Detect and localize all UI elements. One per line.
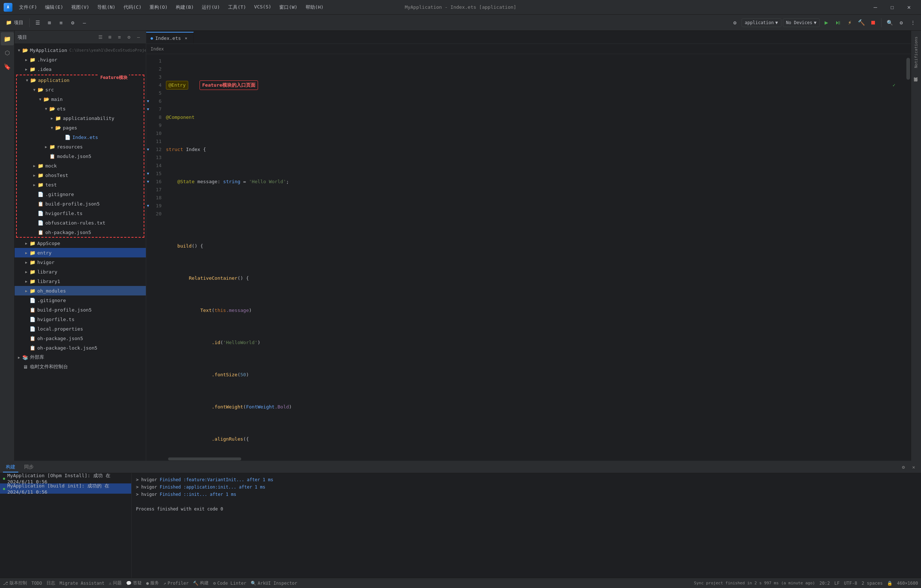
tree-item-main[interactable]: ▼ 📂 main [17, 94, 144, 104]
device-file-browser-label[interactable]: 装置文件浏览器 [912, 82, 920, 88]
tree-action-1[interactable]: ☰ [96, 33, 105, 42]
tree-root[interactable]: ▼ 📂 MyApplication C:\Users\yeah1\DevEcoS… [15, 46, 146, 55]
minimize-button[interactable]: — [867, 0, 884, 15]
build-button[interactable]: 🔨 [856, 18, 867, 28]
maximize-button[interactable]: ☐ [884, 0, 900, 15]
close-button[interactable]: ✕ [900, 0, 917, 15]
todo-tab[interactable]: TODO [31, 581, 42, 586]
tree-item-src[interactable]: ▼ 📂 src [17, 85, 144, 94]
tree-item-oh-package-root[interactable]: 📋 oh-package.json5 [15, 334, 146, 343]
structure-icon[interactable]: ⬡ [1, 46, 14, 59]
tree-item-library[interactable]: ▶ 📁 library [15, 267, 146, 277]
run-button[interactable]: ▶ [821, 18, 832, 28]
menu-refactor[interactable]: 重构(O) [146, 3, 171, 12]
tree-item-ets[interactable]: ▼ 📂 ets [17, 104, 144, 113]
tree-item-library1[interactable]: ▶ 📁 library1 [15, 277, 146, 286]
toolbar-button-2[interactable]: ⊞ [44, 18, 54, 28]
code-editor[interactable]: 1 2 3 4 5 ▼ 6 ▼ 7 8 9 10 11 ▼ [146, 54, 911, 457]
issues-tab[interactable]: ⚠ 问题 [109, 580, 122, 586]
version-control-tab[interactable]: ⎇ 版本控制 [3, 580, 27, 586]
tree-item-index-ets[interactable]: 📄 Index.ets [17, 132, 144, 142]
tree-action-settings[interactable]: ⚙ [125, 33, 133, 42]
tree-action-2[interactable]: ⊞ [106, 33, 114, 42]
menu-tools[interactable]: 工具(T) [225, 3, 250, 12]
tree-item-build-profile[interactable]: 📋 build-profile.json5 [17, 199, 144, 208]
tree-item-oh-package-lock[interactable]: 📋 oh-package-lock.json5 [15, 343, 146, 352]
build-tab[interactable]: 🔨 构建 [193, 580, 209, 586]
code-linter-tab[interactable]: ⚙ Code Linter [213, 581, 246, 586]
device-selector[interactable]: No Devices ▼ [783, 18, 820, 27]
tree-item-test[interactable]: ▶ 📁 test [17, 180, 144, 189]
tab-close-button[interactable]: ✕ [183, 35, 189, 41]
menu-code[interactable]: 代码(C) [120, 3, 145, 12]
application-selector[interactable]: application ▼ [742, 18, 781, 27]
toolbar-button-5[interactable]: — [79, 18, 89, 28]
menu-run[interactable]: 运行(U) [198, 3, 223, 12]
more-button[interactable]: ⋮ [908, 18, 918, 28]
build-item-build-init[interactable]: ● MyApplication [build init]: 成功的 在2024/… [0, 484, 131, 494]
arkui-inspector-tab[interactable]: 🔍 ArkUI Inspector [251, 581, 297, 586]
migrate-tab[interactable]: Migrate Assistant [60, 581, 104, 586]
log-tab[interactable]: 日志 [46, 580, 55, 586]
tree-item-external[interactable]: ▶ 📚 外部库 [15, 352, 146, 362]
tree-item-hvigorfile[interactable]: 📄 hvigorfile.ts [17, 208, 144, 218]
profiler-tab[interactable]: ↗ Profiler [163, 581, 189, 586]
tree-item-pages[interactable]: ▼ 📂 pages [17, 123, 144, 132]
profile-button[interactable]: ⚡ [845, 18, 855, 28]
menu-vcs[interactable]: VCS(S) [251, 3, 275, 12]
build-item-ohpm[interactable]: ● MyApplication [Ohpm Install]: 成功 在2024… [0, 473, 131, 484]
tree-item-hvigorfile-root[interactable]: 📄 hvigorfile.ts [15, 314, 146, 324]
menu-window[interactable]: 窗口(W) [275, 3, 301, 12]
line-col-indicator[interactable]: 20:2 [819, 581, 830, 586]
menu-edit[interactable]: 编辑(E) [41, 3, 67, 12]
bottom-tab-sync[interactable]: 同步 [21, 462, 37, 472]
toolbar-settings[interactable]: ⚙ [68, 18, 78, 28]
toolbar-button-1[interactable]: ☰ [33, 18, 43, 28]
menu-view[interactable]: 视图(V) [68, 3, 93, 12]
encoding-indicator[interactable]: UTF-8 [844, 581, 857, 586]
menu-navigate[interactable]: 导航(N) [94, 3, 119, 12]
tree-item-temp[interactable]: 🖥 临时文件和控制台 [15, 362, 146, 371]
menu-build[interactable]: 构建(B) [172, 3, 197, 12]
editor-scrollbar[interactable] [906, 54, 911, 457]
tree-item-gitignore[interactable]: 📄 .gitignore [17, 189, 144, 199]
lock-icon[interactable]: 🔒 [887, 581, 892, 586]
tree-item-gitignore-root[interactable]: 📄 .gitignore [15, 295, 146, 305]
code-content[interactable]: @Entry Feature模块的入口页面 ✓ @Component struc… [164, 54, 906, 457]
debug-button[interactable]: ⏯ [833, 18, 843, 28]
settings-icon[interactable]: ⚙ [730, 18, 740, 28]
stop-button[interactable]: ⏹ [868, 18, 878, 28]
tree-item-oh-package[interactable]: 📋 oh-package.json5 [17, 228, 144, 237]
tab-index-ets[interactable]: ● Index.ets ✕ [146, 32, 194, 44]
tree-action-3[interactable]: ≡ [115, 33, 124, 42]
tree-action-close[interactable]: — [134, 33, 143, 42]
services-tab[interactable]: ● 服务 [146, 580, 159, 586]
tree-item-build-profile-root[interactable]: 📋 build-profile.json5 [15, 305, 146, 314]
tree-item-appscope[interactable]: ▶ 📁 AppScope [15, 238, 146, 248]
horizontal-scrollbar[interactable] [146, 457, 911, 461]
tree-item-obfuscation[interactable]: 📄 obfuscation-rules.txt [17, 218, 144, 228]
tree-item-idea[interactable]: ▶ 📁 .idea [15, 64, 146, 74]
project-icon[interactable]: 📁 [1, 32, 14, 46]
tree-item-resources[interactable]: ▶ 📁 resources [17, 142, 144, 151]
qa-tab[interactable]: 💬 答疑 [126, 580, 142, 586]
toolbar-button-3[interactable]: ≡ [56, 18, 66, 28]
tree-item-mock[interactable]: ▶ 📁 mock [17, 161, 144, 170]
panel-close-btn[interactable]: ✕ [909, 463, 918, 472]
menu-file[interactable]: 文件(F) [15, 3, 41, 12]
gear-button[interactable]: ⚙ [896, 18, 906, 28]
tree-item-oh-modules[interactable]: ▶ 📁 oh_modules [15, 286, 146, 295]
bottom-tab-build[interactable]: 构建 [3, 462, 18, 472]
tree-item-entry[interactable]: ▶ 📁 entry [15, 248, 146, 257]
panel-settings-btn[interactable]: ⚙ [899, 463, 908, 472]
search-button[interactable]: 🔍 [884, 18, 895, 28]
tree-item-appability[interactable]: ▶ 📁 applicationability [17, 113, 144, 123]
tree-item-ohostest[interactable]: ▶ 📁 ohosTest [17, 170, 144, 180]
bookmarks-icon[interactable]: 🔖 [1, 60, 14, 73]
menu-help[interactable]: 帮助(H) [302, 3, 327, 12]
tree-item-hvigor[interactable]: ▶ 📁 .hvigor [15, 55, 146, 64]
tree-item-module-json[interactable]: 📋 module.json5 [17, 151, 144, 161]
tree-item-hvigor2[interactable]: ▶ 📁 hvigor [15, 257, 146, 267]
indent-indicator[interactable]: 2 spaces [861, 581, 883, 586]
tree-item-local-props[interactable]: 📄 local.properties [15, 324, 146, 334]
